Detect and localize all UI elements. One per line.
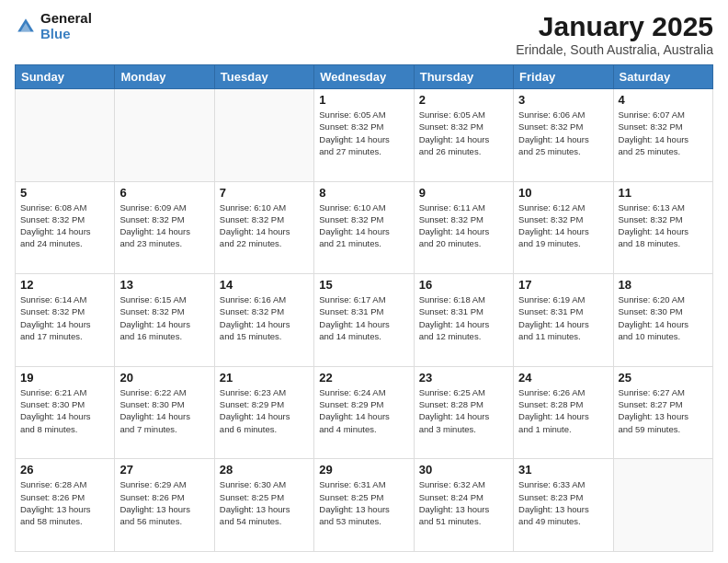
day-number: 16: [419, 278, 508, 292]
calendar-cell: 24Sunrise: 6:26 AM Sunset: 8:28 PM Dayli…: [514, 366, 613, 459]
day-number: 22: [319, 371, 408, 385]
calendar-cell: 23Sunrise: 6:25 AM Sunset: 8:28 PM Dayli…: [414, 366, 513, 459]
calendar-cell: 18Sunrise: 6:20 AM Sunset: 8:30 PM Dayli…: [613, 274, 712, 367]
day-info: Sunrise: 6:25 AM Sunset: 8:28 PM Dayligh…: [419, 386, 508, 435]
header-friday: Friday: [514, 65, 613, 89]
day-info: Sunrise: 6:05 AM Sunset: 8:32 PM Dayligh…: [319, 109, 408, 157]
day-number: 23: [419, 371, 508, 385]
day-number: 18: [619, 278, 708, 292]
calendar-cell: 29Sunrise: 6:31 AM Sunset: 8:25 PM Dayli…: [314, 459, 414, 552]
day-info: Sunrise: 6:18 AM Sunset: 8:31 PM Dayligh…: [419, 293, 508, 342]
day-info: Sunrise: 6:10 AM Sunset: 8:32 PM Dayligh…: [220, 201, 309, 250]
day-number: 2: [419, 93, 508, 107]
calendar-cell: 15Sunrise: 6:17 AM Sunset: 8:31 PM Dayli…: [314, 274, 414, 367]
day-number: 12: [20, 278, 109, 292]
day-info: Sunrise: 6:15 AM Sunset: 8:32 PM Dayligh…: [119, 293, 209, 342]
day-info: Sunrise: 6:29 AM Sunset: 8:26 PM Dayligh…: [119, 478, 209, 527]
calendar-cell: 2Sunrise: 6:05 AM Sunset: 8:32 PM Daylig…: [414, 89, 513, 182]
day-number: 28: [220, 463, 309, 477]
day-info: Sunrise: 6:06 AM Sunset: 8:32 PM Dayligh…: [518, 109, 608, 157]
calendar-cell: [613, 459, 712, 552]
day-number: 31: [518, 463, 608, 477]
calendar-cell: 6Sunrise: 6:09 AM Sunset: 8:32 PM Daylig…: [115, 181, 214, 274]
logo-icon: [15, 16, 37, 38]
day-info: Sunrise: 6:21 AM Sunset: 8:30 PM Dayligh…: [20, 386, 109, 435]
day-number: 14: [220, 278, 309, 292]
day-info: Sunrise: 6:10 AM Sunset: 8:32 PM Dayligh…: [319, 201, 408, 250]
calendar-cell: 28Sunrise: 6:30 AM Sunset: 8:25 PM Dayli…: [214, 459, 313, 552]
header-tuesday: Tuesday: [214, 65, 313, 89]
calendar-cell: 5Sunrise: 6:08 AM Sunset: 8:32 PM Daylig…: [16, 181, 115, 274]
day-number: 3: [518, 93, 608, 107]
day-info: Sunrise: 6:32 AM Sunset: 8:24 PM Dayligh…: [419, 478, 508, 527]
day-number: 10: [518, 186, 608, 200]
day-number: 5: [20, 186, 109, 200]
calendar-cell: 25Sunrise: 6:27 AM Sunset: 8:27 PM Dayli…: [613, 366, 712, 459]
day-info: Sunrise: 6:11 AM Sunset: 8:32 PM Dayligh…: [419, 201, 508, 250]
header-monday: Monday: [115, 65, 214, 89]
day-info: Sunrise: 6:13 AM Sunset: 8:32 PM Dayligh…: [619, 201, 708, 250]
calendar-table: Sunday Monday Tuesday Wednesday Thursday…: [15, 64, 713, 552]
day-info: Sunrise: 6:33 AM Sunset: 8:23 PM Dayligh…: [518, 478, 608, 527]
day-number: 26: [20, 463, 109, 477]
calendar-cell: 30Sunrise: 6:32 AM Sunset: 8:24 PM Dayli…: [414, 459, 513, 552]
subtitle: Erindale, South Australia, Australia: [516, 42, 713, 57]
calendar-cell: 8Sunrise: 6:10 AM Sunset: 8:32 PM Daylig…: [314, 181, 414, 274]
calendar-cell: 11Sunrise: 6:13 AM Sunset: 8:32 PM Dayli…: [613, 181, 712, 274]
calendar-cell: 26Sunrise: 6:28 AM Sunset: 8:26 PM Dayli…: [16, 459, 115, 552]
title-block: January 2025 Erindale, South Australia, …: [516, 11, 713, 57]
day-info: Sunrise: 6:22 AM Sunset: 8:30 PM Dayligh…: [119, 386, 209, 435]
calendar-week-0: 1Sunrise: 6:05 AM Sunset: 8:32 PM Daylig…: [16, 89, 713, 182]
day-info: Sunrise: 6:12 AM Sunset: 8:32 PM Dayligh…: [518, 201, 608, 250]
header-saturday: Saturday: [613, 65, 712, 89]
page: General Blue January 2025 Erindale, Sout…: [0, 0, 728, 563]
day-info: Sunrise: 6:28 AM Sunset: 8:26 PM Dayligh…: [20, 478, 109, 527]
day-info: Sunrise: 6:17 AM Sunset: 8:31 PM Dayligh…: [319, 293, 408, 342]
day-number: 29: [319, 463, 408, 477]
day-number: 1: [319, 93, 408, 107]
day-number: 27: [119, 463, 209, 477]
calendar-cell: 19Sunrise: 6:21 AM Sunset: 8:30 PM Dayli…: [16, 366, 115, 459]
day-info: Sunrise: 6:07 AM Sunset: 8:32 PM Dayligh…: [619, 109, 708, 157]
day-number: 24: [518, 371, 608, 385]
calendar-cell: 20Sunrise: 6:22 AM Sunset: 8:30 PM Dayli…: [115, 366, 214, 459]
calendar-cell: [115, 89, 214, 182]
calendar-cell: 3Sunrise: 6:06 AM Sunset: 8:32 PM Daylig…: [514, 89, 613, 182]
day-info: Sunrise: 6:08 AM Sunset: 8:32 PM Dayligh…: [20, 201, 109, 250]
day-number: 7: [220, 186, 309, 200]
day-number: 25: [619, 371, 708, 385]
calendar-cell: [16, 89, 115, 182]
day-info: Sunrise: 6:19 AM Sunset: 8:31 PM Dayligh…: [518, 293, 608, 342]
calendar-cell: 1Sunrise: 6:05 AM Sunset: 8:32 PM Daylig…: [314, 89, 414, 182]
calendar-week-1: 5Sunrise: 6:08 AM Sunset: 8:32 PM Daylig…: [16, 181, 713, 274]
logo: General Blue: [15, 11, 92, 41]
header-wednesday: Wednesday: [314, 65, 414, 89]
calendar-cell: [214, 89, 313, 182]
day-number: 6: [119, 186, 209, 200]
day-number: 13: [119, 278, 209, 292]
day-number: 11: [619, 186, 708, 200]
calendar-cell: 12Sunrise: 6:14 AM Sunset: 8:32 PM Dayli…: [16, 274, 115, 367]
calendar-cell: 16Sunrise: 6:18 AM Sunset: 8:31 PM Dayli…: [414, 274, 513, 367]
calendar-cell: 31Sunrise: 6:33 AM Sunset: 8:23 PM Dayli…: [514, 459, 613, 552]
day-info: Sunrise: 6:05 AM Sunset: 8:32 PM Dayligh…: [419, 109, 508, 157]
calendar-week-2: 12Sunrise: 6:14 AM Sunset: 8:32 PM Dayli…: [16, 274, 713, 367]
calendar-cell: 27Sunrise: 6:29 AM Sunset: 8:26 PM Dayli…: [115, 459, 214, 552]
day-info: Sunrise: 6:16 AM Sunset: 8:32 PM Dayligh…: [220, 293, 309, 342]
day-info: Sunrise: 6:20 AM Sunset: 8:30 PM Dayligh…: [619, 293, 708, 342]
day-info: Sunrise: 6:14 AM Sunset: 8:32 PM Dayligh…: [20, 293, 109, 342]
calendar-cell: 10Sunrise: 6:12 AM Sunset: 8:32 PM Dayli…: [514, 181, 613, 274]
day-number: 4: [619, 93, 708, 107]
day-number: 30: [419, 463, 508, 477]
logo-text: General Blue: [40, 11, 92, 41]
header-sunday: Sunday: [16, 65, 115, 89]
day-number: 19: [20, 371, 109, 385]
header-thursday: Thursday: [414, 65, 513, 89]
calendar-cell: 17Sunrise: 6:19 AM Sunset: 8:31 PM Dayli…: [514, 274, 613, 367]
day-info: Sunrise: 6:30 AM Sunset: 8:25 PM Dayligh…: [220, 478, 309, 527]
header: General Blue January 2025 Erindale, Sout…: [15, 11, 713, 57]
day-info: Sunrise: 6:09 AM Sunset: 8:32 PM Dayligh…: [119, 201, 209, 250]
calendar-week-4: 26Sunrise: 6:28 AM Sunset: 8:26 PM Dayli…: [16, 459, 713, 552]
day-info: Sunrise: 6:23 AM Sunset: 8:29 PM Dayligh…: [220, 386, 309, 435]
calendar-cell: 13Sunrise: 6:15 AM Sunset: 8:32 PM Dayli…: [115, 274, 214, 367]
